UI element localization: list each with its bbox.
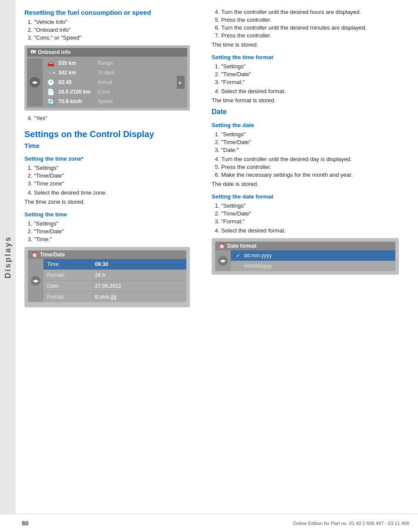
settime-heading: Setting the time xyxy=(24,211,203,218)
timeformat-heading: Setting the time format xyxy=(212,54,405,61)
nav-arrows: ◀▶ xyxy=(218,256,228,266)
row-value: 02:45 xyxy=(58,79,98,85)
sidebar-tab: Displays xyxy=(0,0,16,514)
dateformat-option-label-1: dd.mm.yyyy xyxy=(244,253,272,259)
list-item: "Date:" xyxy=(221,147,405,153)
list-item: "Time/Date" xyxy=(221,210,405,217)
onboard-nav-left: ◀▶ xyxy=(27,58,43,106)
list-item: Make the necessary settings for the mont… xyxy=(221,172,405,178)
row-icon: 📄 xyxy=(47,88,58,95)
timedate-label-format: Format: xyxy=(44,270,91,280)
list-item: Select the desired format. xyxy=(221,227,405,234)
dateformat-screenshot: ⏰ Date format ◀▶ ✓ dd.mm.yyyy xyxy=(212,238,399,275)
dateformat-option-1: ✓ dd.mm.yyyy xyxy=(231,250,395,261)
timedate-value-date: 27.05.2012 xyxy=(91,281,186,291)
onboard-titlebar: 🗺 Onboard info xyxy=(27,48,187,57)
row-label: Cons. xyxy=(98,89,111,95)
dateformat-heading: Setting the date format xyxy=(212,193,405,200)
list-item: "Onboard info" xyxy=(34,27,203,33)
date-main-heading: Date xyxy=(212,108,405,116)
timedate-label-date: Date: xyxy=(44,281,91,291)
dateformat-option-label-2: mm/dd/yyyy xyxy=(244,263,272,269)
list-item: "Time:" xyxy=(34,236,203,242)
dateformat-nav: ◀▶ xyxy=(215,250,231,271)
fuel-reset-steps: "Vehicle Info" "Onboard info" "Cons." or… xyxy=(34,19,203,41)
timedate-title-icon: ⏰ xyxy=(31,252,38,258)
onboard-title-icon: 🗺 xyxy=(30,49,36,55)
onboard-right-btn: ▶ xyxy=(174,58,187,106)
dateformat-title: ⏰ Date format xyxy=(215,242,395,250)
left-column: Resetting the fuel consumption or speed … xyxy=(24,9,203,312)
dateformat-inner: ⏰ Date format ◀▶ ✓ dd.mm.yyyy xyxy=(215,242,395,271)
nav-arrows: ◀▶ xyxy=(31,276,40,286)
list-item: Select the desired time zone. xyxy=(34,189,203,196)
settime-steps: "Settings" "Time/Date" "Time:" xyxy=(34,220,203,242)
dateformat-title-icon: ⏰ xyxy=(219,243,225,249)
setdate-steps: "Settings" "Time/Date" "Date:" xyxy=(221,131,405,153)
fuel-reset-heading: Resetting the fuel consumption or speed xyxy=(24,9,203,16)
table-row: 🔄 70.9 km/h Speed xyxy=(44,97,172,106)
timedate-title-text: Time/Date xyxy=(40,252,65,258)
row-value: 70.9 km/h xyxy=(58,98,98,104)
date-stored: The date is stored. xyxy=(212,181,405,187)
row-value: 16.5 l/100 km xyxy=(58,89,98,95)
sidebar-label: Displays xyxy=(3,236,13,278)
list-item: "Settings" xyxy=(34,165,203,171)
list-item: "Time zone" xyxy=(34,180,203,187)
dateformat-options: ✓ dd.mm.yyyy ✓ mm/dd/yyyy xyxy=(231,250,395,271)
timedate-rows: Time: 09:30 Format: 24 h Date: 27.05.201… xyxy=(44,259,186,302)
row-label: Speed xyxy=(98,98,113,104)
footer: 80 Online Edition for Part no. 01 40 2 6… xyxy=(0,514,418,532)
timedate-row-date: Date: 27.05.2012 xyxy=(44,281,186,292)
list-item: Turn the controller until the desired ho… xyxy=(221,9,405,15)
timedate-label-dateformat: Format: xyxy=(44,292,91,302)
onboard-inner: 🗺 Onboard info ◀▶ 🚗 535 km Range xyxy=(27,48,187,108)
main-content: Resetting the fuel consumption or speed … xyxy=(16,0,418,320)
page-number: 80 xyxy=(22,520,29,527)
timezone-steps: "Settings" "Time/Date" "Time zone" xyxy=(34,165,203,187)
onboard-title-text: Onboard info xyxy=(38,49,71,55)
timeformat-stored: The time format is stored. xyxy=(212,97,405,104)
dateformat-title-text: Date format xyxy=(227,243,256,249)
time-main-heading: Time xyxy=(24,142,203,149)
list-item: "Yes" xyxy=(34,115,203,121)
list-item: Turn the controller until the desired da… xyxy=(221,156,405,162)
dateformat-body: ◀▶ ✓ dd.mm.yyyy ✓ mm/dd/yyyy xyxy=(215,250,395,271)
settime-extra-steps: Turn the controller until the desired ho… xyxy=(221,9,405,39)
list-item: "Time/Date" xyxy=(221,71,405,77)
timedate-label-time: Time: xyxy=(44,259,91,269)
check-icon: ✓ xyxy=(236,253,240,259)
timezone-step4-list: Select the desired time zone. xyxy=(34,189,203,196)
row-icon: →• xyxy=(47,69,58,76)
setdate-heading: Setting the date xyxy=(212,122,405,128)
timedate-value-format: 24 h xyxy=(91,270,186,280)
list-item: "Vehicle Info" xyxy=(34,19,203,25)
timezone-stored: The time zone is stored. xyxy=(24,199,203,205)
table-row: 🚗 535 km Range xyxy=(44,58,172,68)
list-item: "Format:" xyxy=(221,218,405,225)
list-item: "Time/Date" xyxy=(34,228,203,235)
timedate-value-time: 09:30 xyxy=(91,259,186,269)
row-label: Range xyxy=(98,60,113,66)
list-item: "Settings" xyxy=(221,131,405,138)
row-icon: 🕐 xyxy=(47,79,58,86)
setdate-extra-steps: Turn the controller until the desired da… xyxy=(221,156,405,178)
timedate-row-dateformat: Format: tt.mm.jjjj xyxy=(44,292,186,302)
fuel-reset-section: Resetting the fuel consumption or speed … xyxy=(24,9,203,121)
list-item: Press the controller. xyxy=(221,17,405,23)
fuel-reset-step4-list: "Yes" xyxy=(34,115,203,121)
row-icon: 🔄 xyxy=(47,98,58,105)
timeformat-steps: "Settings" "Time/Date" "Format:" xyxy=(221,63,405,85)
right-column: Turn the controller until the desired ho… xyxy=(212,9,405,312)
footer-text: Online Edition for Part no. 01 40 2 606 … xyxy=(293,521,409,526)
list-item: "Settings" xyxy=(221,202,405,209)
timedate-screenshot: ⏰ Time/Date ◀▶ Time: 09:30 xyxy=(24,247,190,307)
timedate-value-dateformat: tt.mm.jjjj xyxy=(91,292,186,302)
row-value: 535 km xyxy=(58,60,98,66)
list-item: Press the controller. xyxy=(221,164,405,170)
timedate-row-format: Format: 24 h xyxy=(44,270,186,281)
row-label: Arrival xyxy=(98,79,112,85)
timezone-heading: Setting the time zone* xyxy=(24,155,203,162)
time-stored: The time is stored. xyxy=(212,41,405,48)
list-item: "Cons." or "Speed" xyxy=(34,34,203,41)
